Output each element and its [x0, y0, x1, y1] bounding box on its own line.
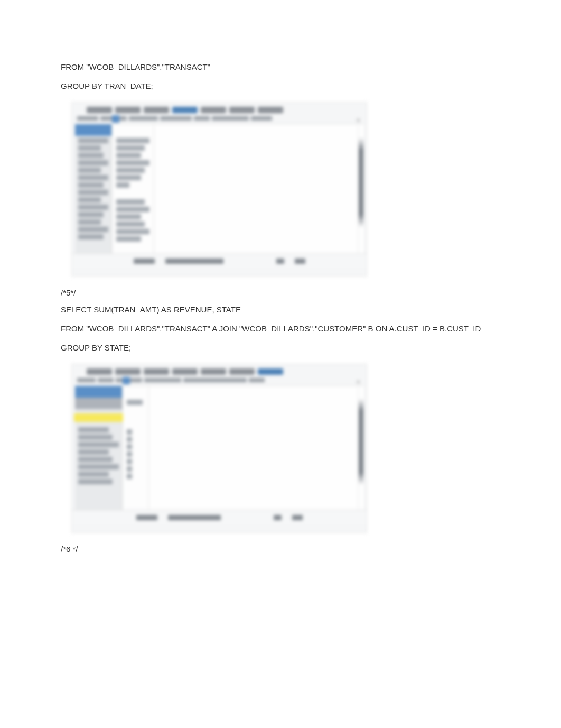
tab-icon [115, 107, 141, 113]
highlighted-row [74, 413, 123, 422]
row-header-column [75, 386, 123, 510]
sql-comment-6: /*6 */ [61, 545, 500, 554]
tab-icon [258, 107, 283, 113]
tab-icon [172, 368, 198, 375]
sql-from-line: FROM "WCOB_DILLARDS"."TRANSACT" [61, 61, 500, 73]
tab-icon [144, 368, 169, 375]
result-screenshot-2: ✕ [71, 364, 490, 533]
vertical-scrollbar [358, 386, 363, 510]
sql-groupby-line: GROUP BY TRAN_DATE; [61, 80, 500, 93]
data-column [112, 124, 154, 253]
tab-icon [201, 368, 226, 375]
tab-row [72, 364, 367, 377]
tab-icon [258, 368, 283, 375]
result-screenshot-1: ✕ [71, 102, 490, 277]
data-column [123, 386, 149, 510]
sql-from-join-line: FROM "WCOB_DILLARDS"."TRANSACT" A JOIN "… [61, 322, 500, 335]
footer-row [72, 253, 367, 268]
sql-comment-5: /*5*/ [61, 288, 500, 297]
tab-icon [87, 368, 112, 375]
footer-row [72, 510, 367, 524]
tab-icon [201, 107, 226, 113]
tab-row [72, 103, 367, 115]
row-header-column [75, 124, 112, 253]
breadcrumb-row [72, 377, 367, 385]
tab-icon [172, 107, 198, 113]
sql-select-line: SELECT SUM(TRAN_AMT) AS REVENUE, STATE [61, 303, 500, 316]
tab-icon [87, 107, 112, 113]
close-icon: ✕ [356, 117, 361, 123]
tab-icon [115, 368, 141, 375]
sql-groupby-state-line: GROUP BY STATE; [61, 342, 500, 354]
close-icon: ✕ [356, 379, 361, 384]
tab-icon [144, 107, 169, 113]
vertical-scrollbar [358, 124, 363, 253]
tab-icon [229, 107, 255, 113]
tab-icon [229, 368, 255, 375]
